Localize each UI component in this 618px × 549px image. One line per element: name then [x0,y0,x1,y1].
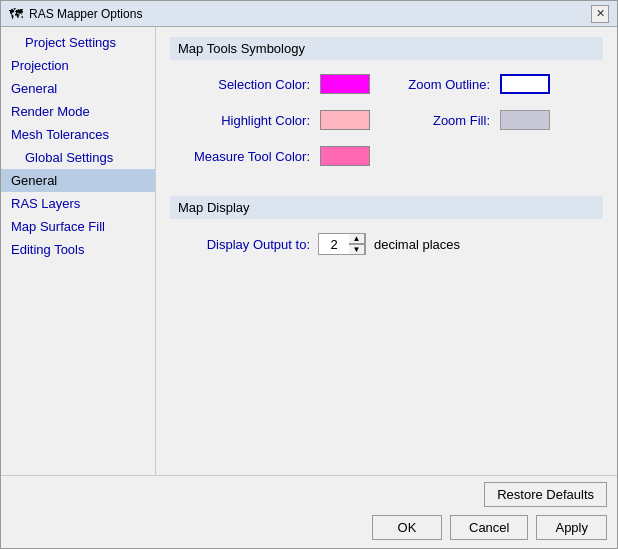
zoom-fill-row: Zoom Fill: [400,110,550,130]
title-bar: 🗺 RAS Mapper Options ✕ [1,1,617,27]
main-window: 🗺 RAS Mapper Options ✕ Project Settings … [0,0,618,549]
footer-bottom: OK Cancel Apply [1,511,617,548]
zoom-outline-swatch[interactable] [500,74,550,94]
footer: Restore Defaults OK Cancel Apply [1,475,617,548]
content-area: Project Settings Projection General Rend… [1,27,617,475]
title-bar-left: 🗺 RAS Mapper Options [9,6,142,22]
window-title: RAS Mapper Options [29,7,142,21]
spinner-buttons: ▲ ▼ [349,233,365,255]
measure-tool-row: Measure Tool Color: [180,146,370,166]
sidebar-item-ras-layers[interactable]: RAS Layers [1,192,155,215]
measure-tool-label: Measure Tool Color: [180,149,310,164]
spinner-down-button[interactable]: ▼ [349,244,365,255]
ok-button[interactable]: OK [372,515,442,540]
sidebar-item-editing-tools[interactable]: Editing Tools [1,238,155,261]
apply-button[interactable]: Apply [536,515,607,540]
title-icon: 🗺 [9,6,23,22]
main-panel: Map Tools Symbology Selection Color: Hig… [156,27,617,475]
footer-top: Restore Defaults [1,476,617,511]
restore-defaults-button[interactable]: Restore Defaults [484,482,607,507]
sidebar: Project Settings Projection General Rend… [1,27,156,475]
spinner-up-button[interactable]: ▲ [349,233,365,244]
sidebar-item-global-settings[interactable]: Global Settings [1,146,155,169]
sidebar-item-projection[interactable]: Projection [1,54,155,77]
highlight-color-row: Highlight Color: [180,110,370,130]
map-tools-section: Map Tools Symbology Selection Color: Hig… [170,37,603,184]
zoom-fill-swatch[interactable] [500,110,550,130]
zoom-fill-label: Zoom Fill: [400,113,490,128]
decimal-input[interactable] [319,234,349,254]
right-color-col: Zoom Outline: Zoom Fill: [400,74,550,138]
zoom-outline-row: Zoom Outline: [400,74,550,94]
selection-color-row: Selection Color: [180,74,370,94]
selection-color-swatch[interactable] [320,74,370,94]
sidebar-item-map-surface-fill[interactable]: Map Surface Fill [1,215,155,238]
sidebar-item-render-mode[interactable]: Render Mode [1,100,155,123]
close-button[interactable]: ✕ [591,5,609,23]
highlight-color-swatch[interactable] [320,110,370,130]
map-tools-header: Map Tools Symbology [170,37,603,60]
cancel-button[interactable]: Cancel [450,515,528,540]
map-display-section: Map Display Display Output to: ▲ ▼ decim… [170,196,603,265]
highlight-color-label: Highlight Color: [180,113,310,128]
measure-tool-swatch[interactable] [320,146,370,166]
display-output-label: Display Output to: [180,237,310,252]
sidebar-item-general[interactable]: General [1,169,155,192]
left-color-col: Selection Color: Highlight Color: Measur… [180,74,370,174]
sidebar-item-mesh-tolerances[interactable]: Mesh Tolerances [1,123,155,146]
map-display-body: Display Output to: ▲ ▼ decimal places [170,229,603,265]
display-output-row: Display Output to: ▲ ▼ decimal places [180,233,593,255]
decimal-spinner[interactable]: ▲ ▼ [318,233,366,255]
sidebar-item-project-settings[interactable]: Project Settings [1,31,155,54]
selection-color-label: Selection Color: [180,77,310,92]
zoom-outline-label: Zoom Outline: [400,77,490,92]
map-display-header: Map Display [170,196,603,219]
sidebar-item-general-top[interactable]: General [1,77,155,100]
decimal-places-label: decimal places [374,237,460,252]
color-columns: Selection Color: Highlight Color: Measur… [180,74,593,174]
map-tools-body: Selection Color: Highlight Color: Measur… [170,70,603,184]
